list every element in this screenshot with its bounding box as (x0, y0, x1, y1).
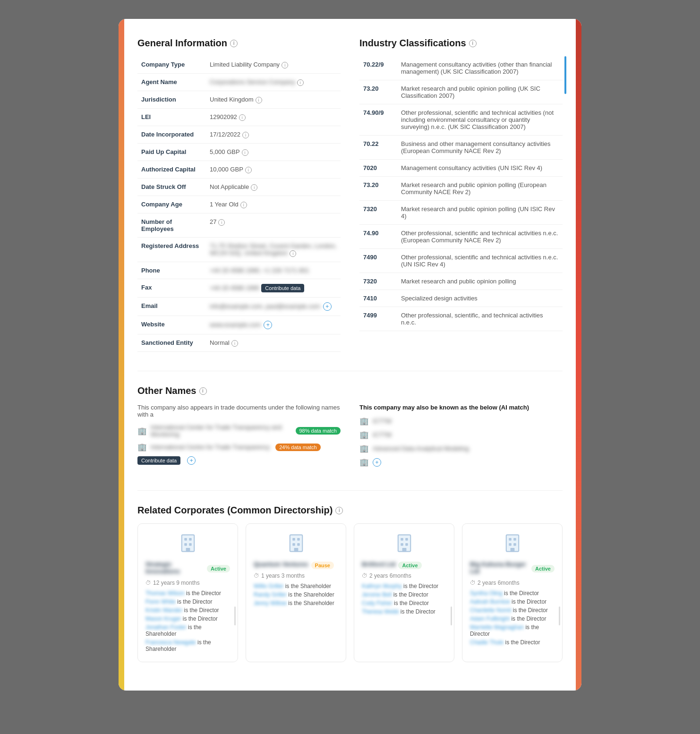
industry-code: 7320 (359, 273, 397, 290)
industry-table: 70.22/9Management consultancy activities… (359, 56, 563, 331)
svg-rect-11 (294, 548, 298, 552)
svg-rect-1 (184, 538, 187, 541)
trade-name-entry: 🏢International Center for Trade Transpar… (137, 424, 341, 438)
field-info-icon[interactable]: i (282, 62, 288, 68)
field-label: Paid Up Capital (137, 144, 206, 161)
field-value: Corporations Service Companyi (206, 74, 341, 91)
building-icon: 🏢 (359, 444, 369, 453)
field-label: Jurisdiction (137, 91, 206, 109)
svg-rect-3 (184, 543, 187, 546)
duration-text: 2 years 6months (369, 572, 411, 579)
industry-row: 73.20Market research and public opinion … (359, 80, 563, 104)
field-info-icon[interactable]: i (218, 219, 225, 226)
status-badge: Active (207, 565, 230, 572)
add-trade-name-button[interactable]: + (187, 456, 196, 465)
svg-rect-20 (513, 538, 516, 541)
svg-rect-15 (401, 543, 403, 546)
industry-classifications-panel: Industry Classifications i 70.22/9Manage… (359, 38, 563, 352)
field-info-icon[interactable]: i (297, 79, 304, 86)
industry-description: Other professional, scientific and techn… (397, 249, 563, 273)
duration-text: 12 years 9 months (153, 580, 200, 586)
field-info-icon[interactable]: i (240, 202, 247, 208)
card-name-row: Britford LtdActive (362, 561, 446, 570)
corporate-card[interactable]: Quantum VenturesPause⏱1 years 3 monthsWi… (246, 523, 346, 662)
industry-row: 7499Other professional, scientific, and … (359, 307, 563, 331)
svg-rect-19 (509, 538, 512, 541)
status-badge: Pause (311, 562, 334, 569)
field-value: 1 Year Oldi (206, 196, 341, 213)
corporate-card[interactable]: Britford LtdActive⏱2 years 6monthsKathry… (354, 523, 454, 662)
svg-rect-4 (189, 543, 192, 546)
field-info-icon[interactable]: i (245, 167, 252, 173)
other-names-help-icon[interactable]: i (199, 387, 207, 395)
person-name: Francesca Newgate (145, 639, 196, 646)
person-name: Marriette Magnaghan (470, 624, 524, 631)
field-label: LEI (137, 109, 206, 126)
industry-code: 7499 (359, 307, 397, 331)
industry-description: Business and other management consultanc… (397, 136, 563, 160)
field-info-icon[interactable]: i (239, 114, 246, 121)
field-info-icon[interactable]: i (242, 149, 248, 156)
general-info-row: Fax+44 20 4586 1990Contribute data (137, 279, 341, 298)
industry-row: 7490Other professional, scientific and t… (359, 249, 563, 273)
related-corporates-title: Related Corporates (Common Directorship)… (137, 505, 563, 516)
building-icon: 🏢 (359, 430, 369, 439)
industry-description: Other professional, scientific, and tech… (397, 307, 563, 331)
field-label: Email (137, 298, 206, 316)
field-value: Not Applicablei (206, 179, 341, 196)
add-ai-name-button[interactable]: + (373, 458, 381, 467)
card-scroll-indicator (451, 606, 452, 625)
industry-row: 70.22Business and other management consu… (359, 136, 563, 160)
person-role: is the Director (510, 615, 546, 622)
industry-description: Management consultancy activities (UN IS… (397, 160, 563, 177)
ai-name-entry: 🏢ICTTM (359, 430, 563, 439)
general-info-row: Date Incorporated17/12/2022i (137, 126, 341, 144)
corporate-card[interactable]: Strategic InnovationsActive⏱12 years 9 m… (137, 523, 238, 662)
person-entry: Chardette Nomit is the Director (470, 607, 555, 614)
trade-name-entry: 🏢International Centre for Trade Transpar… (137, 443, 341, 452)
clock-icon: ⏱ (145, 580, 151, 586)
section-divider-2 (137, 490, 563, 491)
add-field-button[interactable]: + (264, 321, 272, 329)
industry-description: Market research and public opinion polli… (397, 201, 563, 225)
persons-list: Willis Griller is the ShareholderRandy G… (254, 583, 338, 606)
person-name: Chadie Thule (470, 639, 504, 646)
field-value: info@example.com, paul@example.com+ (206, 298, 341, 316)
industry-code: 73.20 (359, 80, 397, 104)
person-role: is the Director (399, 608, 435, 615)
add-field-button[interactable]: + (323, 302, 332, 311)
person-entry: Jerome Bell is the Director (362, 591, 446, 598)
person-name: Jerome Bell (362, 591, 392, 598)
industry-code: 73.20 (359, 177, 397, 201)
industry-code: 70.22/9 (359, 56, 397, 80)
field-value: Limited Liability Companyi (206, 56, 341, 74)
industry-row: 74.90/9Other professional, scientific an… (359, 104, 563, 136)
svg-rect-10 (297, 543, 300, 546)
corporate-card[interactable]: Big Kahuna Burger LtdActive⏱2 years 6mon… (462, 523, 563, 662)
field-value: +44 20 4586 1990, +1 226 7171 801 (206, 262, 341, 279)
other-names-content: This company also appears in trade docum… (137, 404, 563, 471)
person-role: is the Director (392, 591, 428, 598)
related-help-icon[interactable]: i (335, 507, 343, 514)
field-info-icon[interactable]: i (251, 184, 257, 191)
industry-description: Market research and public opinion polli… (397, 177, 563, 201)
card-name-row: Big Kahuna Burger LtdActive (470, 561, 555, 577)
industry-description: Specialized design activities (397, 290, 563, 307)
person-role: is the Shareholder (287, 591, 334, 598)
contribute-tooltip-other-names[interactable]: Contribute data (137, 456, 180, 465)
svg-rect-21 (509, 543, 512, 546)
person-entry: Kathryn Murphy is the Director (362, 583, 446, 589)
field-info-icon[interactable]: i (242, 132, 249, 138)
field-label: Sanctioned Entity (137, 334, 206, 352)
industry-help-icon[interactable]: i (469, 40, 477, 47)
general-info-row: Authorized Capital10,000 GBPi (137, 161, 341, 179)
person-name: Syntha Oling (470, 590, 503, 597)
field-info-icon[interactable]: i (290, 250, 296, 257)
general-info-help-icon[interactable]: i (230, 40, 238, 47)
industry-code: 7490 (359, 249, 397, 273)
contribute-tooltip[interactable]: Contribute data (261, 284, 304, 292)
svg-rect-2 (189, 538, 192, 541)
person-entry: Thomas Wilson is the Director (145, 590, 230, 597)
field-info-icon[interactable]: i (231, 340, 238, 347)
field-info-icon[interactable]: i (256, 97, 262, 103)
